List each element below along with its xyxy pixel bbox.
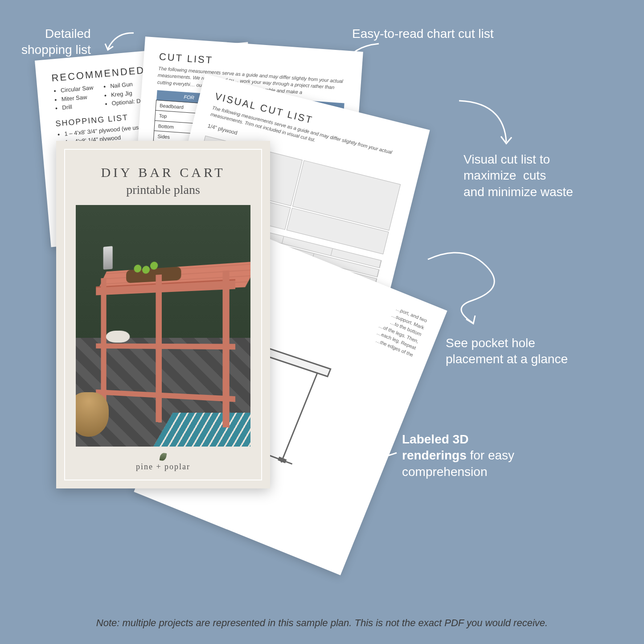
callout-pocket: See pocket holeplacement at a glance (446, 335, 568, 368)
callout-shopping: Detailedshopping list (21, 26, 91, 58)
arrow-icon (455, 97, 517, 155)
brand-logo: pine + poplar (76, 453, 250, 472)
callout-render: Labeled 3Drenderings for easycomprehensi… (402, 431, 514, 480)
tools-col-a: Circular SawMiter SawDrill (52, 83, 95, 113)
callout-visual: Visual cut list tomaximize cutsand minim… (464, 152, 573, 200)
cover-title: DIY BAR CART (76, 165, 250, 180)
callout-chart: Easy-to-read chart cut list (352, 26, 493, 42)
cover-subtitle: printable plans (76, 183, 250, 197)
footer-note: Note: multiple projects are represented … (0, 617, 644, 629)
cover-page: DIY BAR CART printable plans pine + popl… (56, 141, 270, 488)
leaf-icon (160, 452, 167, 461)
cover-photo (76, 205, 250, 447)
bar-cart-illustration (96, 252, 236, 428)
